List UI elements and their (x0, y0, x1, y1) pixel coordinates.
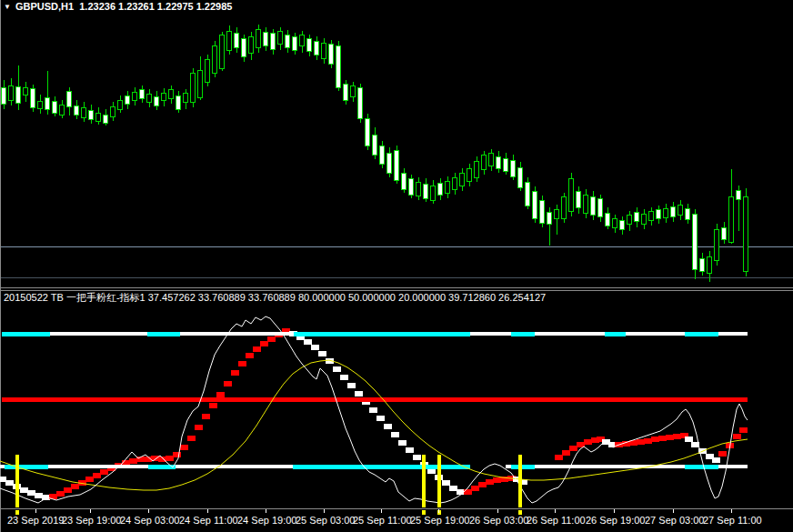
candle (155, 96, 159, 105)
candle (678, 205, 683, 215)
ohlc-values: 1.23236 1.23261 1.22975 1.22985 (79, 1, 232, 12)
candle (518, 167, 523, 187)
candle (460, 173, 465, 186)
candle (671, 206, 676, 216)
candle (336, 45, 341, 87)
candle (446, 181, 450, 193)
candle (431, 186, 436, 200)
time-axis-label: 24 Sep 03:00 (120, 515, 179, 526)
candle (598, 198, 603, 216)
candle (75, 105, 79, 115)
time-axis-label: 24 Sep 19:00 (237, 515, 296, 526)
candle (482, 155, 487, 169)
candle (497, 156, 501, 168)
candle (395, 150, 399, 180)
candle (198, 70, 203, 97)
candle (737, 190, 741, 199)
indicator-label: 20150522 TB 一把手粉红-指标1 37.457262 33.76088… (4, 292, 546, 303)
candle (147, 94, 152, 102)
candle (722, 227, 727, 239)
candle (584, 195, 588, 213)
candle (89, 110, 94, 119)
candle (417, 182, 421, 196)
candle (438, 183, 443, 195)
candle (555, 209, 559, 218)
candle (111, 106, 115, 116)
candles (2, 25, 748, 282)
candle (184, 93, 188, 102)
candle (2, 87, 6, 104)
candle (686, 208, 690, 219)
candle (606, 213, 610, 226)
candle (176, 95, 181, 109)
candle (409, 178, 414, 195)
candle (45, 97, 50, 109)
candle (104, 115, 108, 123)
candle (24, 87, 28, 95)
candle (475, 161, 479, 177)
symbol-dropdown-icon[interactable]: ▼ (4, 3, 11, 11)
candle (133, 92, 137, 100)
candle (591, 196, 596, 215)
chart-canvas[interactable] (0, 0, 793, 532)
candle (620, 220, 625, 229)
symbol-period-label: GBPUSD,H1 (15, 1, 74, 12)
candle (504, 158, 508, 171)
candle (31, 88, 35, 107)
candle (125, 95, 130, 104)
candle (213, 45, 217, 73)
candle (489, 153, 494, 166)
indicator-levels (0, 334, 748, 467)
candle (206, 59, 210, 82)
candle (627, 215, 632, 224)
candle (60, 105, 65, 115)
candle (562, 196, 567, 218)
candle (242, 38, 246, 56)
candle (467, 168, 472, 181)
time-axis-label: 26 Sep 19:00 (586, 515, 645, 526)
candle (424, 184, 428, 198)
frame (0, 0, 793, 532)
candle (577, 191, 581, 207)
candle (256, 29, 261, 47)
time-axis-label: 25 Sep 11:00 (353, 515, 412, 526)
candle (315, 41, 319, 55)
candle (547, 212, 552, 224)
candle (569, 178, 574, 211)
candle (162, 93, 166, 100)
candle (38, 101, 43, 108)
candle (96, 113, 101, 121)
candle (613, 218, 617, 227)
time-axis-ticks (35, 509, 731, 513)
candle (169, 89, 174, 98)
candle (53, 101, 57, 113)
main-chart-lines (0, 246, 793, 277)
candle (300, 35, 305, 45)
candle (220, 35, 225, 68)
candle (286, 35, 290, 47)
candle (511, 160, 516, 176)
candle (693, 214, 698, 269)
candle (307, 38, 312, 51)
candle (715, 229, 719, 260)
candle (358, 87, 363, 118)
time-axis-label: 25 Sep 03:00 (296, 515, 355, 526)
time-axis-label: 23 Sep 2019 (7, 515, 64, 526)
candle (293, 36, 297, 50)
time-axis-label: 26 Sep 11:00 (527, 515, 586, 526)
candle (366, 118, 370, 146)
candle (264, 32, 268, 45)
candle (322, 43, 326, 58)
candle (67, 91, 72, 106)
candle (118, 100, 123, 109)
candle (402, 173, 407, 189)
candle (642, 214, 647, 224)
time-axis-label: 25 Sep 19:00 (410, 515, 469, 526)
candle (140, 89, 145, 98)
candle (664, 208, 668, 217)
candle (708, 256, 712, 273)
candle (227, 31, 232, 50)
candle (744, 196, 748, 271)
candle (351, 85, 356, 96)
candle (387, 153, 392, 173)
